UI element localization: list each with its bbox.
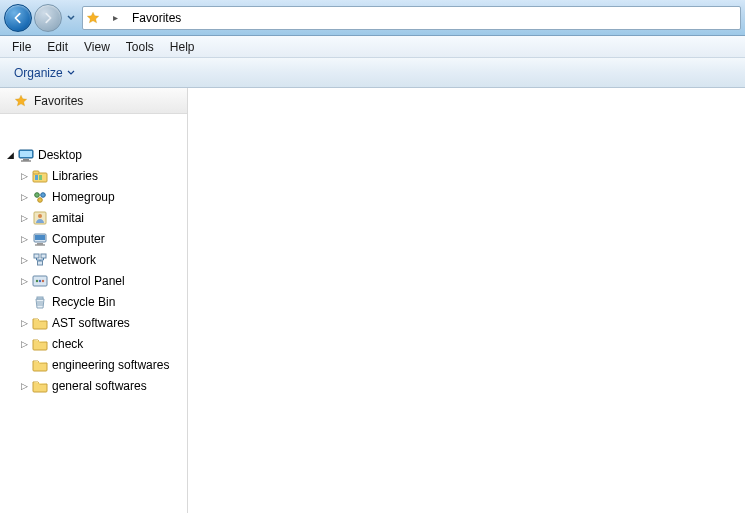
recycle-icon: [32, 294, 48, 310]
arrow-left-icon: [11, 11, 25, 25]
expander-closed-icon[interactable]: ▷: [18, 170, 30, 182]
chevron-down-icon: [67, 70, 75, 76]
svg-rect-24: [37, 297, 43, 299]
chevron-down-icon: [67, 15, 75, 21]
breadcrumb-root[interactable]: ▸: [103, 7, 126, 29]
arrow-right-icon: [41, 11, 55, 25]
tree-item-label: Desktop: [38, 148, 82, 162]
computer-icon: [32, 231, 48, 247]
menu-file[interactable]: File: [4, 38, 39, 56]
tree-item-label: engineering softwares: [52, 358, 169, 372]
expander-open-icon[interactable]: ◢: [4, 149, 16, 161]
menu-help[interactable]: Help: [162, 38, 203, 56]
menu-view[interactable]: View: [76, 38, 118, 56]
menu-bar: File Edit View Tools Help: [0, 36, 745, 58]
tree-item-libraries[interactable]: ▷Libraries: [0, 165, 187, 186]
tree-item-desktop[interactable]: ◢Desktop: [0, 144, 187, 165]
favorites-section-header[interactable]: Favorites: [0, 88, 187, 114]
svg-rect-1: [20, 151, 32, 157]
expander-closed-icon[interactable]: ▷: [18, 233, 30, 245]
svg-point-23: [42, 279, 44, 281]
explorer-body: Favorites ◢Desktop▷Libraries▷Homegroup▷a…: [0, 88, 745, 513]
svg-rect-19: [38, 261, 43, 265]
folder-icon: [32, 357, 48, 373]
controlpanel-icon: [32, 273, 48, 289]
tree-item-control-panel[interactable]: ▷Control Panel: [0, 270, 187, 291]
star-icon: [14, 94, 28, 108]
organize-label: Organize: [14, 66, 63, 80]
tree-item-computer[interactable]: ▷Computer: [0, 228, 187, 249]
folder-icon: [32, 336, 48, 352]
breadcrumb-favorites[interactable]: Favorites: [126, 7, 185, 29]
tree-item-network[interactable]: ▷Network: [0, 249, 187, 270]
homegroup-icon: [32, 189, 48, 205]
folder-tree: ◢Desktop▷Libraries▷Homegroup▷amitai▷Comp…: [0, 114, 187, 396]
tree-item-label: Network: [52, 253, 96, 267]
expander-closed-icon[interactable]: ▷: [18, 212, 30, 224]
organize-button[interactable]: Organize: [8, 64, 81, 82]
tree-item-engineering-softwares[interactable]: ▷engineering softwares: [0, 354, 187, 375]
svg-rect-14: [35, 235, 45, 240]
tree-item-ast-softwares[interactable]: ▷AST softwares: [0, 312, 187, 333]
history-dropdown[interactable]: [64, 8, 78, 28]
tree-item-amitai[interactable]: ▷amitai: [0, 207, 187, 228]
forward-button[interactable]: [34, 4, 62, 32]
svg-rect-3: [21, 160, 31, 161]
user-icon: [32, 210, 48, 226]
navigation-pane: Favorites ◢Desktop▷Libraries▷Homegroup▷a…: [0, 88, 188, 513]
svg-point-8: [35, 192, 40, 197]
expander-closed-icon[interactable]: ▷: [18, 380, 30, 392]
expander-closed-icon[interactable]: ▷: [18, 254, 30, 266]
svg-rect-5: [33, 171, 39, 174]
libraries-icon: [32, 168, 48, 184]
svg-rect-6: [35, 175, 38, 180]
back-button[interactable]: [4, 4, 32, 32]
tree-item-label: Control Panel: [52, 274, 125, 288]
folder-icon: [32, 378, 48, 394]
svg-rect-7: [39, 175, 42, 180]
tree-item-label: check: [52, 337, 83, 351]
svg-point-10: [38, 197, 43, 202]
expander-closed-icon[interactable]: ▷: [18, 275, 30, 287]
favorites-star-icon: [83, 11, 103, 25]
menu-tools[interactable]: Tools: [118, 38, 162, 56]
expander-closed-icon[interactable]: ▷: [18, 317, 30, 329]
folder-icon: [32, 315, 48, 331]
command-bar: Organize: [0, 58, 745, 88]
svg-point-12: [38, 214, 42, 218]
svg-rect-2: [23, 159, 29, 161]
menu-edit[interactable]: Edit: [39, 38, 76, 56]
desktop-icon: [18, 147, 34, 163]
navigation-bar: ▸ Favorites: [0, 0, 745, 36]
svg-point-9: [41, 192, 46, 197]
tree-item-label: Computer: [52, 232, 105, 246]
breadcrumb-label: Favorites: [132, 11, 181, 25]
tree-item-label: Homegroup: [52, 190, 115, 204]
tree-item-label: amitai: [52, 211, 84, 225]
tree-item-label: AST softwares: [52, 316, 130, 330]
tree-item-label: Recycle Bin: [52, 295, 115, 309]
svg-rect-16: [35, 244, 45, 245]
expander-closed-icon[interactable]: ▷: [18, 338, 30, 350]
chevron-right-icon: ▸: [109, 12, 122, 23]
svg-rect-18: [41, 254, 46, 258]
svg-point-22: [39, 279, 41, 281]
tree-item-homegroup[interactable]: ▷Homegroup: [0, 186, 187, 207]
tree-item-label: Libraries: [52, 169, 98, 183]
tree-item-general-softwares[interactable]: ▷general softwares: [0, 375, 187, 396]
tree-item-recycle-bin[interactable]: ▷Recycle Bin: [0, 291, 187, 312]
tree-item-label: general softwares: [52, 379, 147, 393]
favorites-header-label: Favorites: [34, 94, 83, 108]
expander-closed-icon[interactable]: ▷: [18, 191, 30, 203]
network-icon: [32, 252, 48, 268]
svg-point-21: [36, 279, 38, 281]
content-pane[interactable]: [188, 88, 745, 513]
svg-rect-17: [34, 254, 39, 258]
address-bar[interactable]: ▸ Favorites: [82, 6, 741, 30]
svg-rect-15: [37, 243, 43, 245]
tree-item-check[interactable]: ▷check: [0, 333, 187, 354]
